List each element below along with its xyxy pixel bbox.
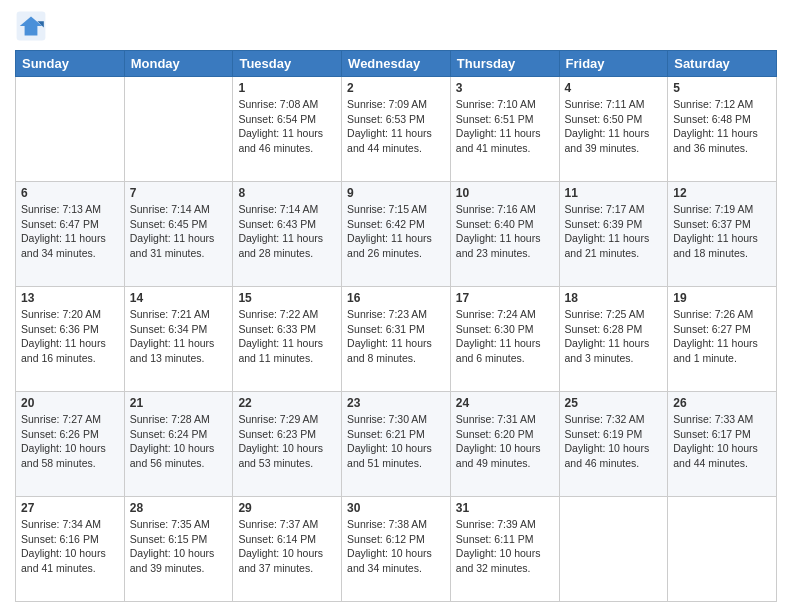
day-number: 12 <box>673 186 771 200</box>
header <box>15 10 777 42</box>
day-info: Sunrise: 7:24 AM Sunset: 6:30 PM Dayligh… <box>456 307 554 366</box>
day-info: Sunrise: 7:17 AM Sunset: 6:39 PM Dayligh… <box>565 202 663 261</box>
day-number: 11 <box>565 186 663 200</box>
calendar-cell: 29Sunrise: 7:37 AM Sunset: 6:14 PM Dayli… <box>233 497 342 602</box>
day-info: Sunrise: 7:35 AM Sunset: 6:15 PM Dayligh… <box>130 517 228 576</box>
day-number: 7 <box>130 186 228 200</box>
day-info: Sunrise: 7:14 AM Sunset: 6:45 PM Dayligh… <box>130 202 228 261</box>
page: SundayMondayTuesdayWednesdayThursdayFrid… <box>0 0 792 612</box>
day-number: 23 <box>347 396 445 410</box>
day-number: 28 <box>130 501 228 515</box>
day-info: Sunrise: 7:34 AM Sunset: 6:16 PM Dayligh… <box>21 517 119 576</box>
calendar-cell <box>16 77 125 182</box>
day-number: 15 <box>238 291 336 305</box>
day-info: Sunrise: 7:26 AM Sunset: 6:27 PM Dayligh… <box>673 307 771 366</box>
calendar-cell: 20Sunrise: 7:27 AM Sunset: 6:26 PM Dayli… <box>16 392 125 497</box>
day-info: Sunrise: 7:10 AM Sunset: 6:51 PM Dayligh… <box>456 97 554 156</box>
calendar-week-row: 1Sunrise: 7:08 AM Sunset: 6:54 PM Daylig… <box>16 77 777 182</box>
day-number: 27 <box>21 501 119 515</box>
day-number: 31 <box>456 501 554 515</box>
day-number: 8 <box>238 186 336 200</box>
day-info: Sunrise: 7:39 AM Sunset: 6:11 PM Dayligh… <box>456 517 554 576</box>
calendar-cell: 23Sunrise: 7:30 AM Sunset: 6:21 PM Dayli… <box>342 392 451 497</box>
day-number: 14 <box>130 291 228 305</box>
calendar-cell: 25Sunrise: 7:32 AM Sunset: 6:19 PM Dayli… <box>559 392 668 497</box>
calendar-week-row: 20Sunrise: 7:27 AM Sunset: 6:26 PM Dayli… <box>16 392 777 497</box>
day-info: Sunrise: 7:27 AM Sunset: 6:26 PM Dayligh… <box>21 412 119 471</box>
day-info: Sunrise: 7:22 AM Sunset: 6:33 PM Dayligh… <box>238 307 336 366</box>
calendar-cell: 27Sunrise: 7:34 AM Sunset: 6:16 PM Dayli… <box>16 497 125 602</box>
day-info: Sunrise: 7:30 AM Sunset: 6:21 PM Dayligh… <box>347 412 445 471</box>
day-info: Sunrise: 7:29 AM Sunset: 6:23 PM Dayligh… <box>238 412 336 471</box>
calendar-header-saturday: Saturday <box>668 51 777 77</box>
calendar-cell: 21Sunrise: 7:28 AM Sunset: 6:24 PM Dayli… <box>124 392 233 497</box>
calendar-cell: 18Sunrise: 7:25 AM Sunset: 6:28 PM Dayli… <box>559 287 668 392</box>
calendar-cell: 1Sunrise: 7:08 AM Sunset: 6:54 PM Daylig… <box>233 77 342 182</box>
day-info: Sunrise: 7:32 AM Sunset: 6:19 PM Dayligh… <box>565 412 663 471</box>
calendar-cell: 30Sunrise: 7:38 AM Sunset: 6:12 PM Dayli… <box>342 497 451 602</box>
day-info: Sunrise: 7:37 AM Sunset: 6:14 PM Dayligh… <box>238 517 336 576</box>
day-number: 18 <box>565 291 663 305</box>
day-number: 17 <box>456 291 554 305</box>
calendar-header-tuesday: Tuesday <box>233 51 342 77</box>
day-number: 6 <box>21 186 119 200</box>
day-number: 26 <box>673 396 771 410</box>
day-number: 25 <box>565 396 663 410</box>
day-info: Sunrise: 7:15 AM Sunset: 6:42 PM Dayligh… <box>347 202 445 261</box>
calendar-cell <box>668 497 777 602</box>
day-info: Sunrise: 7:21 AM Sunset: 6:34 PM Dayligh… <box>130 307 228 366</box>
calendar-cell: 4Sunrise: 7:11 AM Sunset: 6:50 PM Daylig… <box>559 77 668 182</box>
day-number: 19 <box>673 291 771 305</box>
calendar-cell: 10Sunrise: 7:16 AM Sunset: 6:40 PM Dayli… <box>450 182 559 287</box>
day-info: Sunrise: 7:09 AM Sunset: 6:53 PM Dayligh… <box>347 97 445 156</box>
calendar-week-row: 27Sunrise: 7:34 AM Sunset: 6:16 PM Dayli… <box>16 497 777 602</box>
day-info: Sunrise: 7:13 AM Sunset: 6:47 PM Dayligh… <box>21 202 119 261</box>
calendar-cell <box>559 497 668 602</box>
calendar-cell <box>124 77 233 182</box>
day-info: Sunrise: 7:28 AM Sunset: 6:24 PM Dayligh… <box>130 412 228 471</box>
day-number: 13 <box>21 291 119 305</box>
calendar-cell: 9Sunrise: 7:15 AM Sunset: 6:42 PM Daylig… <box>342 182 451 287</box>
day-info: Sunrise: 7:25 AM Sunset: 6:28 PM Dayligh… <box>565 307 663 366</box>
calendar-cell: 15Sunrise: 7:22 AM Sunset: 6:33 PM Dayli… <box>233 287 342 392</box>
day-info: Sunrise: 7:14 AM Sunset: 6:43 PM Dayligh… <box>238 202 336 261</box>
calendar-cell: 5Sunrise: 7:12 AM Sunset: 6:48 PM Daylig… <box>668 77 777 182</box>
calendar-header-wednesday: Wednesday <box>342 51 451 77</box>
calendar-cell: 6Sunrise: 7:13 AM Sunset: 6:47 PM Daylig… <box>16 182 125 287</box>
calendar-cell: 8Sunrise: 7:14 AM Sunset: 6:43 PM Daylig… <box>233 182 342 287</box>
calendar-cell: 14Sunrise: 7:21 AM Sunset: 6:34 PM Dayli… <box>124 287 233 392</box>
day-number: 30 <box>347 501 445 515</box>
day-number: 3 <box>456 81 554 95</box>
day-info: Sunrise: 7:20 AM Sunset: 6:36 PM Dayligh… <box>21 307 119 366</box>
day-number: 20 <box>21 396 119 410</box>
calendar-cell: 3Sunrise: 7:10 AM Sunset: 6:51 PM Daylig… <box>450 77 559 182</box>
calendar-cell: 24Sunrise: 7:31 AM Sunset: 6:20 PM Dayli… <box>450 392 559 497</box>
day-info: Sunrise: 7:11 AM Sunset: 6:50 PM Dayligh… <box>565 97 663 156</box>
calendar-header-sunday: Sunday <box>16 51 125 77</box>
calendar-week-row: 13Sunrise: 7:20 AM Sunset: 6:36 PM Dayli… <box>16 287 777 392</box>
calendar-week-row: 6Sunrise: 7:13 AM Sunset: 6:47 PM Daylig… <box>16 182 777 287</box>
day-info: Sunrise: 7:12 AM Sunset: 6:48 PM Dayligh… <box>673 97 771 156</box>
calendar-cell: 28Sunrise: 7:35 AM Sunset: 6:15 PM Dayli… <box>124 497 233 602</box>
logo <box>15 10 51 42</box>
calendar-header-thursday: Thursday <box>450 51 559 77</box>
calendar-cell: 22Sunrise: 7:29 AM Sunset: 6:23 PM Dayli… <box>233 392 342 497</box>
day-number: 1 <box>238 81 336 95</box>
day-number: 16 <box>347 291 445 305</box>
day-number: 10 <box>456 186 554 200</box>
calendar-cell: 2Sunrise: 7:09 AM Sunset: 6:53 PM Daylig… <box>342 77 451 182</box>
calendar-cell: 12Sunrise: 7:19 AM Sunset: 6:37 PM Dayli… <box>668 182 777 287</box>
calendar-header-row: SundayMondayTuesdayWednesdayThursdayFrid… <box>16 51 777 77</box>
day-info: Sunrise: 7:38 AM Sunset: 6:12 PM Dayligh… <box>347 517 445 576</box>
day-info: Sunrise: 7:08 AM Sunset: 6:54 PM Dayligh… <box>238 97 336 156</box>
day-info: Sunrise: 7:31 AM Sunset: 6:20 PM Dayligh… <box>456 412 554 471</box>
day-number: 9 <box>347 186 445 200</box>
day-info: Sunrise: 7:33 AM Sunset: 6:17 PM Dayligh… <box>673 412 771 471</box>
calendar-cell: 26Sunrise: 7:33 AM Sunset: 6:17 PM Dayli… <box>668 392 777 497</box>
calendar-cell: 16Sunrise: 7:23 AM Sunset: 6:31 PM Dayli… <box>342 287 451 392</box>
calendar-cell: 11Sunrise: 7:17 AM Sunset: 6:39 PM Dayli… <box>559 182 668 287</box>
day-number: 24 <box>456 396 554 410</box>
calendar-cell: 31Sunrise: 7:39 AM Sunset: 6:11 PM Dayli… <box>450 497 559 602</box>
day-number: 4 <box>565 81 663 95</box>
day-number: 2 <box>347 81 445 95</box>
